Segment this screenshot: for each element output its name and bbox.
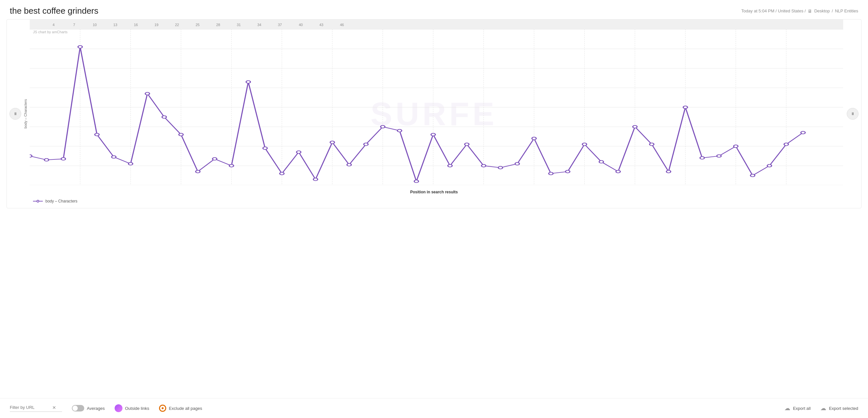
svg-point-88 — [683, 106, 687, 109]
svg-point-53 — [95, 133, 99, 136]
svg-point-51 — [61, 158, 65, 160]
exclude-pages-group: Exclude all pages — [159, 405, 202, 412]
page-container: the best coffee grinders Today at 5:04 P… — [0, 0, 868, 418]
svg-text:34: 34 — [257, 23, 261, 27]
export-all-cloud-icon: ☁ — [784, 405, 790, 412]
svg-point-95 — [801, 131, 805, 134]
svg-point-85 — [633, 126, 637, 128]
chart-legend: body – Characters — [33, 199, 78, 204]
svg-text:19: 19 — [154, 23, 158, 27]
bottom-bar: ✕ Averages Outside links Exclude all pag… — [0, 398, 868, 418]
svg-point-87 — [666, 170, 671, 173]
svg-text:22: 22 — [175, 23, 179, 27]
top-axis-svg: 4 7 10 13 16 19 22 25 28 31 34 37 40 43 … — [33, 20, 840, 29]
filter-url-input[interactable] — [10, 405, 52, 410]
svg-point-93 — [768, 164, 772, 167]
svg-text:28: 28 — [216, 23, 220, 27]
legend-label: body – Characters — [45, 199, 78, 204]
svg-point-54 — [112, 155, 116, 158]
svg-point-57 — [162, 116, 166, 118]
chart-area: ⏸ ⏸ SURFE JS chart by amCharts body – Ch… — [0, 19, 868, 398]
svg-text:7: 7 — [73, 23, 75, 27]
exclude-label: Exclude all pages — [169, 406, 202, 411]
svg-text:40: 40 — [299, 23, 303, 27]
svg-point-94 — [784, 143, 788, 146]
svg-point-78 — [515, 162, 519, 165]
svg-text:4: 4 — [53, 23, 55, 27]
chart-scroll-right-button[interactable]: ⏸ — [847, 108, 859, 120]
header-meta: Today at 5:04 PM / United States / 🖥 Des… — [741, 8, 858, 14]
svg-point-60 — [213, 158, 217, 160]
svg-point-66 — [313, 178, 318, 181]
svg-point-75 — [465, 143, 469, 146]
export-all-label[interactable]: Export all — [793, 406, 810, 411]
svg-point-82 — [582, 143, 587, 146]
export-selected-label[interactable]: Export selected — [829, 406, 858, 411]
svg-text:43: 43 — [319, 23, 323, 27]
svg-point-69 — [364, 143, 368, 146]
page-title: the best coffee grinders — [10, 6, 98, 16]
svg-point-86 — [650, 143, 654, 146]
header-mode: NLP Entities — [835, 8, 858, 13]
clear-filter-icon[interactable]: ✕ — [52, 405, 56, 410]
monitor-icon: 🖥 — [808, 8, 812, 14]
svg-point-83 — [599, 161, 603, 163]
x-axis-label: Position in search results — [410, 190, 458, 194]
svg-point-58 — [179, 133, 183, 136]
header-meta-text: Today at 5:04 PM / United States / — [741, 8, 806, 13]
svg-point-61 — [229, 164, 234, 167]
svg-point-92 — [750, 174, 755, 177]
legend-dot — [37, 200, 39, 203]
svg-point-70 — [380, 126, 385, 128]
header-device: Desktop — [814, 8, 830, 13]
filter-url-group: ✕ — [10, 405, 62, 412]
svg-point-68 — [347, 163, 351, 166]
svg-point-62 — [246, 80, 250, 83]
chart-scroll-left-button[interactable]: ⏸ — [9, 108, 21, 120]
outside-links-label: Outside links — [125, 406, 149, 411]
svg-point-80 — [549, 172, 553, 175]
svg-text:31: 31 — [237, 23, 241, 27]
averages-label: Averages — [87, 406, 105, 411]
chart-svg: 80,000 70,000 60,000 50,000 40,000 30,00… — [30, 29, 843, 185]
exclude-dot — [162, 407, 164, 409]
header: the best coffee grinders Today at 5:04 P… — [0, 0, 868, 19]
svg-point-84 — [616, 170, 620, 173]
svg-point-71 — [397, 130, 402, 132]
svg-text:46: 46 — [340, 23, 344, 27]
header-sep: / — [832, 8, 833, 13]
svg-point-65 — [297, 151, 301, 153]
svg-point-89 — [700, 156, 704, 159]
outside-links-toggle-group: Outside links — [115, 404, 149, 412]
svg-point-79 — [532, 137, 536, 140]
chart-top-axis: 4 7 10 13 16 19 22 25 28 31 34 37 40 43 … — [30, 20, 843, 29]
svg-point-72 — [414, 180, 418, 183]
svg-point-73 — [431, 133, 435, 136]
svg-point-81 — [566, 170, 570, 173]
svg-point-56 — [145, 92, 150, 95]
svg-point-49 — [30, 154, 32, 157]
averages-toggle-group: Averages — [72, 405, 105, 412]
svg-point-59 — [196, 170, 200, 173]
chart-wrapper: ⏸ ⏸ SURFE JS chart by amCharts body – Ch… — [6, 19, 862, 208]
svg-point-67 — [330, 141, 334, 144]
svg-text:25: 25 — [196, 23, 199, 27]
legend-line — [33, 201, 43, 202]
svg-point-74 — [448, 164, 452, 167]
export-all-group[interactable]: ☁ Export all — [784, 405, 810, 412]
svg-point-76 — [482, 164, 486, 167]
svg-point-90 — [717, 154, 721, 157]
svg-point-55 — [128, 162, 132, 165]
averages-toggle[interactable] — [72, 405, 84, 412]
outside-links-icon[interactable] — [115, 404, 122, 412]
exclude-icon[interactable] — [159, 405, 166, 412]
export-selected-group[interactable]: ☁ Export selected — [820, 405, 858, 412]
y-axis-label: body – Characters — [24, 99, 27, 129]
export-selected-cloud-icon: ☁ — [820, 405, 826, 412]
svg-text:10: 10 — [93, 23, 97, 27]
svg-point-77 — [498, 166, 503, 169]
svg-point-50 — [44, 159, 49, 161]
svg-text:16: 16 — [134, 23, 138, 27]
svg-point-64 — [280, 172, 284, 175]
svg-point-91 — [734, 145, 738, 148]
